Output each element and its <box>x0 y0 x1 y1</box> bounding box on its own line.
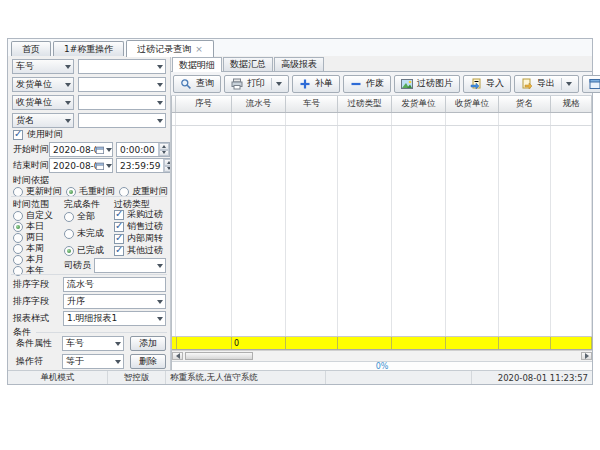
chevron-down-icon <box>62 78 73 91</box>
checkbox-icon <box>13 130 23 140</box>
goods-value-select[interactable] <box>78 113 166 128</box>
radio-all[interactable]: 全部 <box>64 210 95 223</box>
receiver-field-select[interactable]: 收货单位 <box>12 95 74 110</box>
grid-body[interactable] <box>172 126 592 336</box>
col-header-receiver[interactable]: 收货单位 <box>446 96 499 112</box>
col-header-goods[interactable]: 货名 <box>499 96 551 112</box>
end-date-picker[interactable]: 2020-08-01 <box>49 158 113 173</box>
start-time-spinner[interactable]: 0:00:00 <box>116 142 170 157</box>
supplement-order-button[interactable]: 补单 <box>292 75 340 93</box>
col-header-seq[interactable]: 序号 <box>176 96 232 112</box>
data-grid: 序号 流水号 车号 过磅类型 发货单位 收货单位 货名 规格 <box>171 96 592 371</box>
scroll-left-button[interactable] <box>172 352 183 360</box>
print-button[interactable]: 打印 <box>224 75 289 93</box>
spinner-buttons[interactable] <box>163 159 171 172</box>
goods-field-select[interactable]: 货名 <box>12 113 74 128</box>
radio-icon <box>64 229 74 239</box>
col-header-spec[interactable]: 规格 <box>551 96 592 112</box>
col-header-vehicle[interactable]: 车号 <box>286 96 338 112</box>
settings-button[interactable]: 设置 <box>582 75 600 93</box>
goods-field-label: 货名 <box>13 114 62 127</box>
minus-icon <box>350 78 362 90</box>
export-button[interactable]: 导出 <box>514 75 579 93</box>
divider <box>11 274 167 275</box>
condition-op-label: 操作符 <box>16 355 62 368</box>
void-button[interactable]: 作废 <box>343 75 391 93</box>
filter-row-receiver: 收货单位 <box>12 95 166 110</box>
report-style-select[interactable]: 1.明细报表1 <box>63 311 166 326</box>
tab-home[interactable]: 首页 <box>11 41 51 56</box>
horizontal-scrollbar[interactable] <box>172 350 592 361</box>
import-button[interactable]: 导入 <box>463 75 511 93</box>
condition-attr-label: 条件属性 <box>16 337 62 350</box>
sort-order-row: 排序字段 升序 <box>13 294 166 309</box>
weigher-label: 司磅员 <box>64 259 92 272</box>
radio-icon <box>66 187 76 197</box>
start-date-picker[interactable]: 2020-08-01 <box>49 142 113 157</box>
start-time-row: 开始时间 2020-08-01 0:00:00 <box>13 142 166 157</box>
status-timestamp: 2020-08-01 11:23:57 <box>472 371 592 384</box>
sort-order-select[interactable]: 升序 <box>63 294 166 309</box>
grid-empty-row[interactable] <box>172 113 592 126</box>
vehicle-field-select[interactable]: 车号 <box>12 59 74 74</box>
vehicle-field-label: 车号 <box>13 60 62 73</box>
query-button[interactable]: 查询 <box>173 75 221 93</box>
radio-unfinished[interactable]: 未完成 <box>64 227 104 240</box>
condition-op-select[interactable]: 等于 <box>62 354 124 369</box>
end-time-label: 结束时间 <box>13 159 49 172</box>
chevron-down-icon <box>154 60 165 73</box>
add-condition-button[interactable]: 添加 <box>130 336 166 351</box>
receiver-value-select[interactable] <box>78 95 166 110</box>
chevron-down-icon <box>154 96 165 109</box>
vehicle-value-select[interactable] <box>78 59 166 74</box>
calendar-icon <box>96 143 112 156</box>
weigher-select[interactable] <box>94 258 166 273</box>
sort-field-input[interactable]: 流水号 <box>63 277 166 292</box>
page-arrow-in-icon <box>470 78 482 90</box>
end-time-spinner[interactable]: 23:59:59 <box>116 158 171 173</box>
tab-weigh-record-query[interactable]: 过磅记录查询 × <box>126 40 214 57</box>
spinner-buttons[interactable] <box>158 143 169 156</box>
col-header-shipper[interactable]: 发货单位 <box>392 96 446 112</box>
col-header-weigh-type[interactable]: 过磅类型 <box>338 96 392 112</box>
checkbox-icon <box>114 234 124 244</box>
shipper-field-select[interactable]: 发货单位 <box>12 77 74 92</box>
radio-this-year[interactable]: 本年 <box>13 264 44 277</box>
chevron-down-icon <box>112 337 123 350</box>
scrollbar-thumb[interactable] <box>185 352 253 360</box>
report-style-row: 报表样式 1.明细报表1 <box>13 311 166 326</box>
weigh-image-button[interactable]: 过磅图片 <box>394 75 460 93</box>
checkbox-icon <box>114 210 124 220</box>
delete-condition-button[interactable]: 删除 <box>130 354 166 369</box>
chevron-down-icon <box>276 82 282 86</box>
col-header-serial[interactable]: 流水号 <box>232 96 286 112</box>
status-spacer <box>326 371 472 384</box>
scroll-right-button[interactable] <box>581 352 592 360</box>
screen: 首页 1#称重操作 过磅记录查询 × 车号 <box>0 0 600 450</box>
close-tab-icon[interactable]: × <box>195 45 203 54</box>
tab-weighing-operation[interactable]: 1#称重操作 <box>53 41 124 56</box>
status-system-name: 称重系统,无人值守系统 <box>166 371 326 384</box>
filter-row-shipper: 发货单位 <box>12 77 166 92</box>
condition-attr-row: 条件属性 车号 添加 <box>16 336 166 351</box>
checkbox-other-weigh[interactable]: 其他过磅 <box>114 244 163 257</box>
result-panel: 数据明细 数据汇总 高级报表 查询 打印 补单 <box>171 56 592 371</box>
tab-data-detail[interactable]: 数据明细 <box>172 57 222 72</box>
radio-icon <box>13 244 23 254</box>
radio-finished[interactable]: 已完成 <box>64 244 104 257</box>
toolbar: 查询 打印 补单 作废 过磅图片 <box>171 72 592 96</box>
sort-field-label: 排序字段 <box>13 278 63 291</box>
shipper-value-select[interactable] <box>78 77 166 92</box>
condition-attr-select[interactable]: 车号 <box>62 336 124 351</box>
filter-row-vehicle: 车号 <box>12 59 166 74</box>
tab-data-summary[interactable]: 数据汇总 <box>223 57 273 71</box>
page-arrow-out-icon <box>521 78 533 90</box>
chevron-down-icon <box>154 295 165 308</box>
tab-advanced-report[interactable]: 高级报表 <box>274 57 324 71</box>
chevron-down-icon <box>154 78 165 91</box>
summary-count: 0 <box>232 337 286 349</box>
chevron-down-icon <box>112 355 123 368</box>
divider <box>36 332 167 333</box>
end-time-row: 结束时间 2020-08-01 23:59:59 <box>13 158 166 173</box>
use-time-checkbox[interactable]: 使用时间 <box>13 128 63 141</box>
